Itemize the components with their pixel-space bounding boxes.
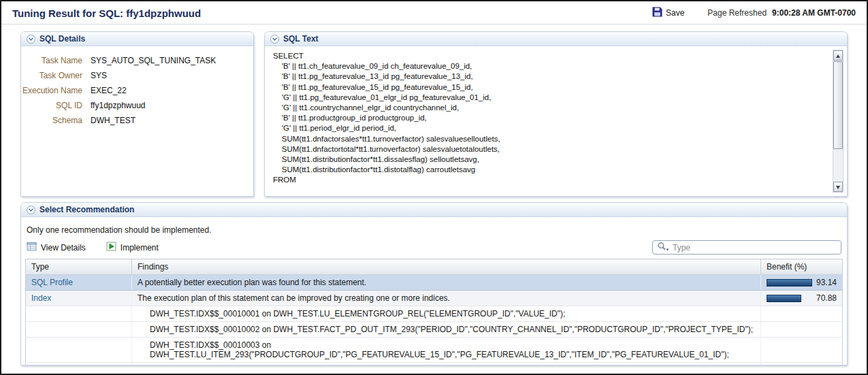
field-label: Task Owner	[21, 71, 91, 80]
collapse-sql-details-icon[interactable]	[27, 35, 35, 44]
table-row-index-detail-1: DWH_TEST.IDX$$_00010001 on DWH_TEST.LU_E…	[26, 306, 843, 322]
column-header-findings: Findings	[132, 259, 761, 275]
column-header-type: Type	[26, 259, 132, 275]
benefit-cell: 93.14	[767, 278, 837, 287]
table-row-index-detail-4: DWH_TEST.IDX$$_00010004 on DWH_TEST.LU_O…	[26, 363, 843, 366]
select-recommendation-title: Select Recommendation	[39, 205, 134, 214]
page-refreshed-time: 9:00:28 AM GMT-0700	[772, 8, 856, 18]
benefit-value: 93.14	[816, 278, 837, 287]
page-title: Tuning Result for SQL: ffy1dpzphwuud	[12, 7, 201, 19]
sql-text-content: SELECT 'B' || tt1.ch_featurevalue_09_id …	[273, 51, 826, 186]
search-icon[interactable]	[657, 242, 670, 254]
recommendation-note: Only one recommendation should be implem…	[27, 225, 843, 235]
finding-cell: A potentially better execution plan was …	[132, 275, 761, 291]
recommendation-toolbar: View Details Implement	[27, 240, 841, 255]
scroll-down-button[interactable]	[833, 182, 843, 192]
sql-details-header: SQL Details	[21, 32, 253, 46]
collapse-sql-text-icon[interactable]	[270, 35, 279, 44]
collapse-recommendation-icon[interactable]	[27, 206, 35, 214]
scrollbar-thumb[interactable]	[833, 61, 843, 149]
column-header-benefit: Benefit (%)	[760, 259, 842, 275]
implement-button[interactable]: Implement	[106, 242, 159, 253]
field-schema: Schema DWH_TEST	[21, 116, 246, 125]
scroll-up-button[interactable]	[833, 50, 843, 61]
implement-label: Implement	[120, 243, 159, 252]
field-value: DWH_TEST	[91, 116, 135, 125]
field-label: Task Name	[21, 56, 91, 65]
field-value: SYS_AUTO_SQL_TUNING_TASK	[91, 56, 216, 65]
filter-type-input[interactable]	[673, 243, 837, 252]
save-disk-icon	[652, 7, 662, 19]
type-link-index[interactable]: Index	[31, 293, 51, 303]
view-details-label: View Details	[41, 243, 86, 252]
type-link-sql-profile[interactable]: SQL Profile	[31, 278, 73, 287]
recommendation-body: Only one recommendation should be implem…	[21, 217, 847, 365]
index-ddl-text: DWH_TEST.IDX$$_00010001 on DWH_TEST.LU_E…	[132, 306, 761, 322]
table-row-index-detail-3: DWH_TEST.IDX$$_00010003 on DWH_TEST.LU_I…	[26, 338, 843, 363]
field-label: Execution Name	[21, 86, 91, 95]
page-refreshed-label: Page Refreshed	[707, 8, 767, 18]
search-box[interactable]	[652, 240, 841, 255]
sql-details-body: Task Name SYS_AUTO_SQL_TUNING_TASK Task …	[21, 46, 253, 137]
select-recommendation-panel: Select Recommendation Only one recommend…	[20, 202, 848, 365]
view-details-button[interactable]: View Details	[27, 242, 86, 253]
field-task-owner: Task Owner SYS	[21, 71, 246, 80]
table-header-row: Type Findings Benefit (%)	[26, 259, 843, 275]
sql-details-panel: SQL Details Task Name SYS_AUTO_SQL_TUNIN…	[20, 31, 254, 197]
field-label: Schema	[21, 116, 91, 125]
benefit-bar	[767, 279, 812, 287]
save-label: Save	[666, 8, 684, 18]
field-label: SQL ID	[21, 101, 91, 110]
sql-text-panel: SQL Text SELECT 'B' || tt1.ch_featureval…	[264, 31, 848, 197]
header-actions: Save Page Refreshed 9:00:28 AM GMT-0700	[652, 7, 856, 19]
benefit-value: 70.88	[816, 293, 837, 303]
recommendations-table: Type Findings Benefit (%) SQL Profile A …	[25, 259, 843, 365]
table-row-index-detail-2: DWH_TEST.IDX$$_00010002 on DWH_TEST.FACT…	[26, 322, 843, 338]
view-details-icon	[27, 242, 37, 253]
sql-text-title: SQL Text	[283, 34, 319, 44]
index-ddl-text: DWH_TEST.IDX$$_00010004 on DWH_TEST.LU_O…	[132, 363, 761, 366]
vertical-scrollbar[interactable]	[833, 50, 843, 193]
top-panels: SQL Details Task Name SYS_AUTO_SQL_TUNIN…	[1, 25, 867, 197]
field-sql-id: SQL ID ffy1dpzphwuud	[21, 101, 246, 110]
table-row-index[interactable]: Index The execution plan of this stateme…	[26, 291, 843, 306]
table-row-sql-profile[interactable]: SQL Profile A potentially better executi…	[26, 275, 843, 291]
sql-text-body: SELECT 'B' || tt1.ch_featurevalue_09_id …	[265, 46, 847, 196]
benefit-cell: 70.88	[767, 293, 837, 303]
save-button[interactable]: Save	[652, 7, 684, 19]
field-value: EXEC_22	[91, 86, 127, 95]
benefit-bar	[767, 295, 801, 302]
field-value: ffy1dpzphwuud	[91, 101, 146, 110]
field-task-name: Task Name SYS_AUTO_SQL_TUNING_TASK	[21, 56, 246, 65]
sql-details-title: SQL Details	[39, 34, 85, 44]
field-value: SYS	[91, 71, 107, 80]
implement-play-icon	[106, 242, 116, 253]
field-execution-name: Execution Name EXEC_22	[21, 86, 246, 95]
sql-text-header: SQL Text	[265, 32, 847, 46]
page: { "header": { "title": "Tuning Result fo…	[0, 0, 868, 375]
select-recommendation-header: Select Recommendation	[21, 203, 847, 217]
page-header: Tuning Result for SQL: ffy1dpzphwuud Sav…	[1, 1, 867, 25]
finding-cell: The execution plan of this statement can…	[132, 291, 761, 306]
index-ddl-text: DWH_TEST.IDX$$_00010003 on DWH_TEST.LU_I…	[132, 338, 761, 363]
index-ddl-text: DWH_TEST.IDX$$_00010002 on DWH_TEST.FACT…	[132, 322, 761, 338]
